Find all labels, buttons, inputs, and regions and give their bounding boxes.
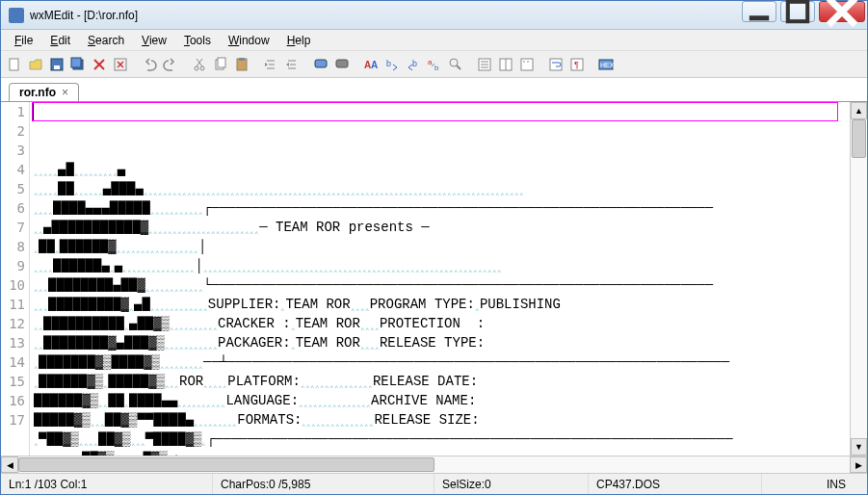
gutter: 123 456 789 101112 131415 1617 <box>1 102 30 456</box>
status-line-col: Ln:1 /103 Col:1 <box>1 474 213 494</box>
svg-point-15 <box>200 66 204 70</box>
window-title: wxMEdit - [D:\ror.nfo] <box>30 9 740 22</box>
status-selsize: SelSize:0 <box>434 474 589 494</box>
open-icon[interactable] <box>26 55 45 74</box>
tab-close-icon[interactable]: × <box>62 86 68 99</box>
cut-icon[interactable] <box>190 55 209 74</box>
scroll-down-icon[interactable]: ▼ <box>851 438 867 456</box>
undo-icon[interactable] <box>140 55 159 74</box>
view-column-icon[interactable] <box>496 55 515 74</box>
svg-rect-6 <box>54 65 60 69</box>
vertical-scrollbar[interactable]: ▲ ▼ <box>850 102 867 456</box>
view-hex-icon[interactable] <box>517 55 537 74</box>
current-line-highlight <box>32 102 838 121</box>
svg-text:¶: ¶ <box>574 60 579 69</box>
menu-edit[interactable]: Edit <box>42 32 78 49</box>
tab-label: ror.nfo <box>19 86 56 99</box>
menubar: File Edit Search View Tools Window Help <box>1 30 867 51</box>
nfo-banner: ─ TEAM ROR presents ─ <box>259 220 429 235</box>
find-next-icon[interactable]: b <box>382 55 402 74</box>
statusbar: Ln:1 /103 Col:1 CharPos:0 /5,985 SelSize… <box>1 473 867 494</box>
uncomment-icon[interactable] <box>332 55 352 74</box>
redo-icon[interactable] <box>161 55 180 74</box>
comment-icon[interactable] <box>311 55 330 74</box>
text-editor[interactable]: ˰˰˰˰˰▄█˰˰˰˰˰˰˰˰˰▄ ˰˰˰˰˰██˰˰˰˰˰˰▄███▄˰˰˰˰… <box>30 102 850 456</box>
svg-text:b: b <box>386 59 391 68</box>
find-icon[interactable]: AA <box>361 55 381 74</box>
status-charpos: CharPos:0 /5,985 <box>213 474 434 494</box>
svg-text:a: a <box>428 58 433 66</box>
svg-text:b: b <box>412 59 417 68</box>
nfo-art: ˰˰˰˰˰▄█˰˰˰˰˰˰˰˰˰▄ ˰˰˰˰˰██˰˰˰˰˰˰▄███▄˰˰˰˰… <box>30 160 850 456</box>
show-symbols-icon[interactable]: ¶ <box>567 55 587 74</box>
scroll-left-icon[interactable]: ◀ <box>1 456 18 473</box>
titlebar[interactable]: wxMEdit - [D:\ror.nfo] <box>1 1 867 30</box>
new-icon[interactable] <box>5 55 24 74</box>
window: wxMEdit - [D:\ror.nfo] File Edit Search … <box>0 0 868 495</box>
svg-rect-47 <box>550 59 562 70</box>
find-in-files-icon[interactable] <box>446 55 465 74</box>
menu-tools[interactable]: Tools <box>176 32 219 49</box>
svg-rect-28 <box>315 60 327 67</box>
scroll-right-icon[interactable]: ▶ <box>850 456 867 473</box>
view-text-icon[interactable] <box>475 55 494 74</box>
find-prev-icon[interactable]: b <box>404 55 423 74</box>
minimize-button[interactable] <box>742 1 776 22</box>
svg-point-36 <box>450 59 458 66</box>
menu-help[interactable]: Help <box>279 32 319 49</box>
status-encoding[interactable]: CP437.DOS <box>589 474 762 494</box>
svg-text:A: A <box>371 60 378 70</box>
svg-rect-21 <box>239 58 245 61</box>
replace-icon[interactable]: ab <box>425 55 444 74</box>
close-file-icon[interactable] <box>90 55 109 74</box>
unindent-icon[interactable] <box>282 55 302 74</box>
copy-icon[interactable] <box>211 55 230 74</box>
caret <box>33 103 34 120</box>
indent-icon[interactable] <box>261 55 280 74</box>
hscroll-thumb[interactable] <box>18 457 434 472</box>
scroll-up-icon[interactable]: ▲ <box>851 102 867 119</box>
svg-rect-29 <box>336 60 348 67</box>
menu-window[interactable]: Window <box>221 32 277 49</box>
horizontal-scrollbar[interactable]: ◀ ▶ <box>1 456 867 473</box>
wordwrap-icon[interactable] <box>546 55 566 74</box>
svg-rect-4 <box>10 59 18 70</box>
svg-text:b: b <box>434 64 439 72</box>
save-all-icon[interactable] <box>68 55 88 74</box>
app-icon <box>9 8 24 23</box>
close-all-icon[interactable] <box>111 55 130 74</box>
save-icon[interactable] <box>47 55 66 74</box>
svg-point-14 <box>195 66 198 70</box>
svg-rect-8 <box>71 58 81 67</box>
menu-search[interactable]: Search <box>80 32 132 49</box>
toolbar: AA b b ab ¶ HEX <box>1 51 867 78</box>
paste-icon[interactable] <box>232 55 251 74</box>
svg-line-37 <box>457 65 460 69</box>
status-ins[interactable]: INS <box>819 474 867 494</box>
close-button[interactable] <box>819 1 865 22</box>
svg-text:HEX: HEX <box>600 62 614 68</box>
tabstrip: ror.nfo × <box>1 78 867 101</box>
hex-mode-icon[interactable]: HEX <box>596 55 616 74</box>
svg-rect-1 <box>788 2 807 21</box>
scroll-thumb[interactable] <box>852 119 866 158</box>
menu-view[interactable]: View <box>134 32 174 49</box>
maximize-button[interactable] <box>780 1 815 22</box>
menu-file[interactable]: File <box>7 32 40 49</box>
editor-area: 123 456 789 101112 131415 1617 ˰˰˰˰˰▄█˰˰… <box>1 101 867 456</box>
svg-rect-44 <box>521 59 533 70</box>
svg-rect-19 <box>218 58 225 67</box>
tab-active[interactable]: ror.nfo × <box>9 83 79 101</box>
